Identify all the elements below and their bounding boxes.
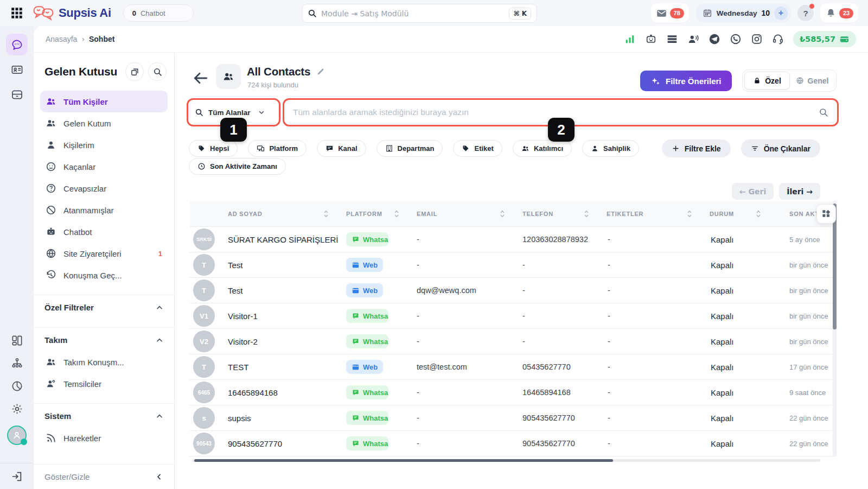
sidebar-item-conversation-history[interactable]: Konuşma Geç...	[40, 264, 168, 286]
whatsapp-icon[interactable]	[730, 33, 742, 45]
chip-ownership[interactable]: Sahiplik	[582, 140, 639, 157]
table-row[interactable]: 90543 905435627770 Whatsapp - 9054356277…	[190, 430, 835, 456]
header-email[interactable]: EMAIL	[412, 209, 518, 218]
table-row[interactable]: V1 Visitor-1 Whatsapp - - - Kapalı bir g…	[190, 303, 835, 328]
logo[interactable]: Supsis Ai	[33, 5, 111, 21]
balance-pill[interactable]: ₺585,57	[793, 31, 856, 47]
logout-icon[interactable]	[11, 471, 23, 482]
chip-platform[interactable]: Platform	[248, 140, 307, 157]
table-row[interactable]: 6465 16465894168 Whatsapp - 16465894168 …	[190, 379, 835, 405]
devices-icon	[257, 144, 265, 153]
header-status[interactable]: DURUM	[705, 209, 774, 218]
chevron-left-icon	[155, 473, 163, 481]
header-phone[interactable]: TELEFON	[518, 209, 602, 218]
chatbot-robot-icon[interactable]	[645, 33, 657, 45]
telegram-icon[interactable]	[709, 33, 720, 45]
chat-square-icon	[326, 144, 334, 153]
rail-contacts-button[interactable]	[6, 59, 28, 80]
table-row[interactable]: SRKSİ SÜRAT KARGO SİPARİŞLERİ Whatsapp -…	[190, 226, 835, 252]
highlights-button[interactable]: Öne Çıkanlar	[741, 139, 820, 157]
back-button[interactable]	[192, 69, 209, 87]
chip-participant[interactable]: Katılımcı	[513, 140, 572, 157]
calendar-add-button[interactable]: +	[774, 7, 788, 20]
calendar-button[interactable]: Wednesday 10 +	[695, 3, 791, 23]
inbox-mail-button[interactable]: 78	[651, 3, 689, 23]
settings-gear-icon[interactable]	[11, 403, 23, 415]
pie-chart-icon[interactable]	[11, 380, 23, 392]
sidebar-item-my-inbox[interactable]: Gelen Kutum	[40, 112, 168, 134]
question-circle-icon	[46, 183, 56, 194]
chip-tag[interactable]: Etiket	[453, 140, 502, 157]
breadcrumb-home[interactable]: Anasayfa	[46, 35, 77, 43]
next-page-button[interactable]: İleri →	[779, 183, 820, 200]
sidebar-item-team-conversations[interactable]: Takım Konuşm...	[40, 351, 168, 373]
chatbot-counter-pill[interactable]: 0 Chatbot	[123, 4, 194, 22]
sidebar-item-all-contacts[interactable]: Tüm Kişiler	[40, 91, 168, 112]
chip-department[interactable]: Departman	[376, 140, 443, 157]
chip-all[interactable]: Hepsi	[189, 140, 238, 157]
stats-signal-icon[interactable]	[624, 33, 636, 45]
header-platform[interactable]: PLATFORM	[342, 209, 412, 218]
search-icon[interactable]	[819, 107, 828, 117]
platform-badge: Web	[346, 258, 383, 272]
visibility-private-button[interactable]: Özel	[744, 72, 790, 90]
user-avatar[interactable]	[7, 426, 27, 445]
prev-page-button[interactable]: ← Geri	[732, 183, 774, 200]
section-custom-filters[interactable]: Özel Filtreler	[34, 295, 174, 319]
rail-chat-button[interactable]	[6, 34, 28, 55]
layout-toggle-button[interactable]	[125, 62, 144, 81]
sidebar-item-chatbot[interactable]: Chatbot	[40, 221, 168, 243]
filter-suggestions-button[interactable]: Filtre Önerileri	[640, 71, 732, 91]
announce-person-icon[interactable]	[687, 33, 699, 45]
contacts-search-input[interactable]	[293, 107, 819, 117]
notifications-button[interactable]: 23	[820, 3, 858, 23]
sidebar-item-site-visitors[interactable]: Site Ziyaretçileri1	[40, 243, 168, 264]
header-tags[interactable]: ETIKETLER	[602, 209, 705, 218]
sidebar-item-activities[interactable]: Hareketler	[40, 427, 168, 449]
app-launcher-icon[interactable]	[10, 6, 24, 20]
headset-icon[interactable]	[772, 33, 784, 45]
org-chart-icon[interactable]	[11, 357, 23, 370]
page-title: All Contacts	[247, 65, 310, 78]
rail-inbox-button[interactable]	[6, 84, 28, 105]
table-row[interactable]: T Test Web - - - Kapalı bir gün önce	[190, 252, 835, 277]
horizontal-scrollbar[interactable]	[192, 459, 820, 462]
table-row[interactable]: T TEST Web test@test.com 05435627770 - K…	[190, 354, 835, 379]
logo-text: Supsis Ai	[59, 6, 111, 20]
robot-icon	[46, 226, 56, 237]
avatar: V1	[193, 305, 215, 327]
instagram-icon[interactable]	[751, 33, 763, 45]
section-system[interactable]: Sistem	[34, 403, 174, 427]
platform-badge: Whatsapp	[346, 436, 388, 450]
sidebar-item-unassigned[interactable]: Atanmamışlar	[40, 199, 168, 221]
sidebar-collapse-toggle[interactable]: Göster/Gizle	[34, 464, 174, 489]
table-row[interactable]: s supsis Whatsapp - 905435627770 - Kapal…	[190, 405, 835, 430]
sidebar-search-button[interactable]	[148, 62, 167, 81]
column-settings-button[interactable]	[816, 204, 836, 224]
people-icon	[521, 144, 529, 153]
dashboard-layout-icon[interactable]	[11, 334, 23, 347]
contacts-table: AD SOYAD PLATFORM EMAIL TELEFON ETIKETLE…	[190, 201, 835, 458]
horizontal-scrollbar-thumb[interactable]	[194, 459, 613, 462]
table-row[interactable]: V2 Visitor-2 Whatsapp - - - Kapalı bir g…	[190, 328, 835, 354]
sidebar-item-missed[interactable]: Kaçanlar	[40, 156, 168, 177]
contacts-group-icon	[216, 64, 241, 89]
sidebar-item-agents[interactable]: Temsilciler	[40, 373, 168, 395]
header-name[interactable]: AD SOYAD	[224, 209, 342, 218]
chip-channel[interactable]: Kanal	[317, 140, 366, 157]
platform-badge: Whatsapp	[346, 411, 388, 425]
global-search-input[interactable]	[321, 9, 505, 18]
visibility-public-button[interactable]: Genel	[790, 72, 834, 90]
list-menu-icon[interactable]	[666, 33, 678, 45]
sidebar-item-my-contacts[interactable]: Kişilerim	[40, 134, 168, 156]
chip-last-activity-time[interactable]: Son Aktivite Zamanı	[189, 158, 286, 175]
left-icon-rail	[0, 26, 34, 489]
table-row[interactable]: T Test Web dqw@wewq.com - - Kapalı bir g…	[190, 277, 835, 303]
edit-title-icon[interactable]	[316, 67, 325, 76]
avatar: V2	[193, 331, 215, 352]
sidebar-item-unanswered[interactable]: Cevapsızlar	[40, 177, 168, 199]
section-team[interactable]: Takım	[34, 327, 174, 351]
vertical-scrollbar[interactable]	[833, 201, 837, 456]
add-filter-button[interactable]: Filtre Ekle	[662, 139, 731, 157]
help-button[interactable]: ?	[797, 5, 814, 21]
